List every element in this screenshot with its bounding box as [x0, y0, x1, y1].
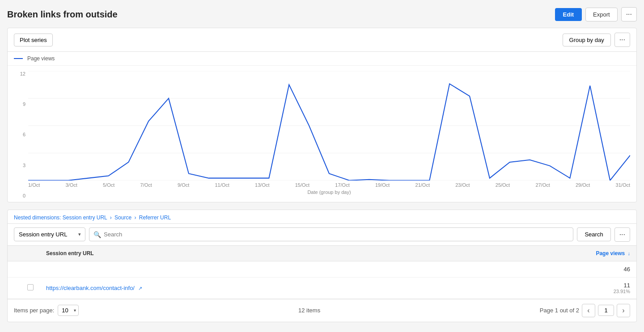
- x-label: 17/Oct: [335, 182, 349, 188]
- nested-dim3[interactable]: Referrer URL: [139, 214, 171, 221]
- search-wrap: 🔍: [89, 227, 573, 241]
- chart-more-button[interactable]: ···: [614, 33, 630, 47]
- page-title: Broken links from outside: [7, 9, 118, 20]
- sort-desc-icon: ↓: [628, 251, 631, 256]
- table-footer: Items per page: 10 25 50 ▾ 12 items Page…: [8, 299, 636, 322]
- nested-dim2[interactable]: Source: [114, 214, 131, 221]
- chart-inner: 12 9 6 3 0: [14, 71, 630, 198]
- y-label: 6: [23, 132, 25, 137]
- per-page-select[interactable]: 10 25 50: [58, 305, 79, 316]
- chart-toolbar: Plot series Group by day ···: [8, 28, 636, 52]
- table-header-row: Session entry URL Page views ↓: [8, 246, 636, 261]
- nested-arrow2: ›: [134, 214, 136, 221]
- page-number-input[interactable]: [598, 305, 614, 316]
- x-label: 25/Oct: [496, 182, 510, 188]
- chart-card: Plot series Group by day ··· Page views …: [7, 28, 637, 202]
- x-label: 21/Oct: [415, 182, 430, 188]
- search-button[interactable]: Search: [577, 227, 610, 241]
- x-label: 1/Oct: [28, 182, 40, 188]
- x-label: 31/Oct: [616, 182, 630, 188]
- url-link[interactable]: https://clearbank.com/contact-info/: [46, 285, 135, 291]
- total-value: 46: [624, 266, 630, 273]
- x-label: 15/Oct: [295, 182, 309, 188]
- plot-series-button[interactable]: Plot series: [14, 34, 53, 46]
- y-axis: 12 9 6 3 0: [14, 71, 28, 198]
- items-per-page-label: Items per page:: [14, 307, 54, 314]
- x-label: 7/Oct: [140, 182, 152, 188]
- x-label: 11/Oct: [215, 182, 229, 188]
- value-cell: 11 23.91%: [457, 277, 636, 298]
- search-icon: 🔍: [93, 231, 101, 238]
- items-per-page: Items per page: 10 25 50 ▾: [14, 305, 79, 316]
- x-label: 13/Oct: [255, 182, 269, 188]
- x-label: 9/Oct: [178, 182, 189, 188]
- filter-more-button[interactable]: ···: [614, 227, 630, 242]
- page-info: Page 1 out of 2: [540, 307, 579, 314]
- table-row: https://clearbank.com/contact-info/ ↗ 11…: [8, 277, 636, 298]
- total-value-cell: 46: [457, 261, 636, 277]
- legend-line-icon: [14, 58, 23, 59]
- items-count: 12 items: [298, 307, 320, 314]
- header-actions: Edit Export ···: [555, 7, 637, 21]
- total-url-cell: [40, 261, 457, 277]
- chart-toolbar-right: Group by day ···: [563, 33, 630, 47]
- table-filter-bar: Session entry URL Source Referrer URL ▾ …: [8, 223, 636, 246]
- checkbox-cell: [21, 261, 40, 277]
- nested-arrow1: ›: [110, 214, 112, 221]
- legend-label: Page views: [27, 55, 55, 62]
- next-page-button[interactable]: ›: [617, 304, 630, 317]
- expand-col-header: [8, 246, 21, 261]
- col-header-pageviews[interactable]: Page views ↓: [457, 246, 636, 261]
- prev-page-button[interactable]: ‹: [582, 304, 595, 317]
- per-page-select-wrap: 10 25 50 ▾: [58, 305, 79, 316]
- x-label: 29/Oct: [576, 182, 590, 188]
- page-container: Broken links from outside Edit Export ··…: [0, 0, 644, 332]
- y-label: 3: [23, 163, 25, 168]
- x-label: 5/Oct: [103, 182, 114, 188]
- search-input[interactable]: [89, 227, 573, 241]
- x-label: 23/Oct: [455, 182, 470, 188]
- y-label: 9: [23, 101, 25, 107]
- row-percent: 23.91%: [463, 289, 630, 294]
- edit-button[interactable]: Edit: [555, 8, 582, 21]
- header-more-button[interactable]: ···: [621, 7, 637, 21]
- x-label: 3/Oct: [66, 182, 77, 188]
- table-section: Nested dimensions: Session entry URL › S…: [7, 210, 637, 322]
- row-value: 11: [624, 282, 630, 289]
- y-label: 12: [20, 71, 25, 76]
- nested-dimensions: Nested dimensions: Session entry URL › S…: [8, 210, 636, 223]
- external-link-icon: ↗: [138, 286, 142, 291]
- y-label: 0: [23, 193, 25, 198]
- x-axis: 1/Oct 3/Oct 5/Oct 7/Oct 9/Oct 11/Oct 13/…: [28, 181, 630, 188]
- export-button[interactable]: Export: [585, 8, 618, 21]
- x-label: 19/Oct: [375, 182, 390, 188]
- pagination: Page 1 out of 2 ‹ ›: [540, 304, 630, 317]
- expand-cell: [8, 277, 21, 298]
- expand-cell: [8, 261, 21, 277]
- table-row-total: 46: [8, 261, 636, 277]
- x-label: 27/Oct: [535, 182, 550, 188]
- checkbox-col-header: [21, 246, 40, 261]
- dimension-select-wrap: Session entry URL Source Referrer URL ▾: [14, 227, 85, 241]
- url-cell: https://clearbank.com/contact-info/ ↗: [40, 277, 457, 298]
- chart-svg: [28, 71, 630, 181]
- col-header-url[interactable]: Session entry URL: [40, 246, 457, 261]
- x-axis-title: Date (group by day): [28, 189, 630, 198]
- chart-area: 12 9 6 3 0: [8, 66, 636, 202]
- dimension-select[interactable]: Session entry URL Source Referrer URL: [14, 227, 85, 241]
- data-table: Session entry URL Page views ↓ 46: [8, 246, 636, 299]
- group-by-button[interactable]: Group by day: [563, 34, 611, 46]
- nested-dim1[interactable]: Session entry URL: [63, 214, 107, 221]
- nested-dims-label: Nested dimensions:: [14, 214, 61, 221]
- page-header: Broken links from outside Edit Export ··…: [7, 7, 637, 21]
- chart-legend: Page views: [8, 52, 636, 66]
- chart-plot: 1/Oct 3/Oct 5/Oct 7/Oct 9/Oct 11/Oct 13/…: [28, 71, 630, 198]
- checkbox-cell[interactable]: [21, 277, 40, 298]
- row-checkbox[interactable]: [27, 284, 34, 290]
